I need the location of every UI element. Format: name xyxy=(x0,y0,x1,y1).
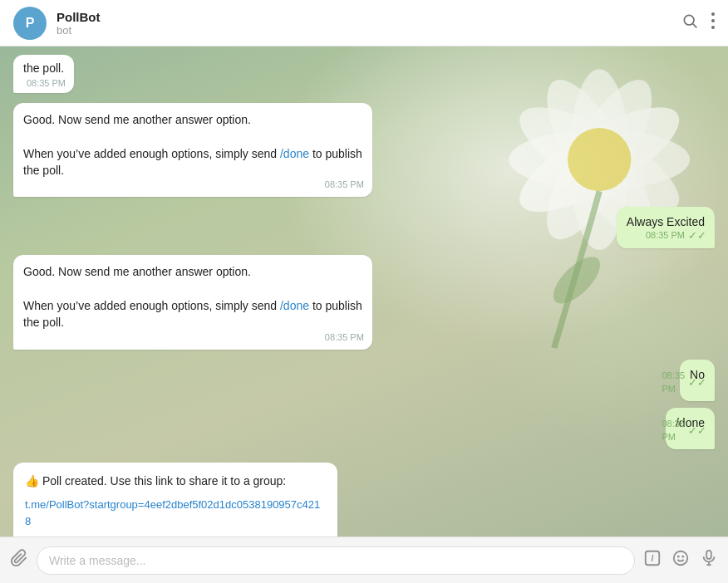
message-user-2: No 08:35 PM ✓✓ xyxy=(680,360,715,401)
message-user-1-bubble: Always Excited 08:35 PM ✓✓ xyxy=(617,207,715,248)
emoji-icon[interactable] xyxy=(671,549,690,571)
message-user-2-bubble: No 08:35 PM ✓✓ xyxy=(680,360,715,401)
chat-header: P PollBot bot xyxy=(0,0,728,47)
checkmarks-2: ✓✓ xyxy=(688,375,706,391)
search-icon[interactable] xyxy=(681,12,698,33)
message-partial: the poll. 08:35 PM xyxy=(13,55,74,93)
msg-bot-2-time: 08:35 PM xyxy=(325,331,364,345)
message-user-2-time: 08:35 PM ✓✓ xyxy=(662,370,706,396)
poll-intro-text: 👍 Poll created. Use this link to share i… xyxy=(25,474,286,487)
poll-card-intro: 👍 Poll created. Use this link to share i… xyxy=(25,473,326,490)
input-bar: / xyxy=(0,536,728,583)
msg-bot-2-link[interactable]: /done xyxy=(280,299,309,312)
message-user-3: /done 08:35 PM ✓✓ xyxy=(666,408,715,449)
message-user-1-time: 08:35 PM ✓✓ xyxy=(646,228,706,244)
chat-messages: the poll. 08:35 PM Good. Now send me ano… xyxy=(13,55,715,536)
poll-card: 👍 Poll created. Use this link to share i… xyxy=(13,463,337,536)
message-bot-2: Good. Now send me another answer option.… xyxy=(13,255,372,349)
message-bot-1-bubble: Good. Now send me another answer option.… xyxy=(13,103,372,197)
message-input[interactable] xyxy=(37,546,635,575)
message-bot-1: Good. Now send me another answer option.… xyxy=(13,103,372,197)
msg-bot-1-link[interactable]: /done xyxy=(280,147,309,160)
svg-point-4 xyxy=(711,26,715,29)
avatar-letter: P xyxy=(26,16,35,31)
message-user-1: Always Excited 08:35 PM ✓✓ xyxy=(617,207,715,248)
svg-point-2 xyxy=(711,12,715,16)
commands-icon[interactable]: / xyxy=(643,549,662,571)
svg-line-1 xyxy=(693,24,697,28)
message-partial-text: the poll. xyxy=(23,61,64,75)
msg-bot-2-line2: When you’ve added enough options, simply… xyxy=(23,299,277,312)
message-user-3-bubble: /done 08:35 PM ✓✓ xyxy=(666,408,715,449)
msg-bot-1-line2: When you’ve added enough options, simply… xyxy=(23,147,277,160)
svg-text:/: / xyxy=(651,553,653,563)
checkmarks-1: ✓✓ xyxy=(688,228,706,244)
svg-point-0 xyxy=(684,15,694,25)
header-icons xyxy=(681,12,715,33)
poll-share-link[interactable]: t.me/PollBot?startgroup=4eef2dbef5f02d1d… xyxy=(25,497,326,529)
input-icons: / xyxy=(643,549,718,571)
message-partial-time: 08:35 PM xyxy=(27,78,66,88)
svg-point-3 xyxy=(711,19,715,22)
message-user-1-text: Always Excited xyxy=(627,215,705,228)
mic-icon[interactable] xyxy=(700,549,718,571)
message-user-3-time: 08:35 PM ✓✓ xyxy=(662,418,706,444)
more-icon[interactable] xyxy=(711,12,715,33)
message-bot-2-bubble: Good. Now send me another answer option.… xyxy=(13,255,372,349)
checkmarks-3: ✓✓ xyxy=(688,424,706,439)
header-info: PollBot bot xyxy=(57,10,681,37)
chat-area: the poll. 08:35 PM Good. Now send me ano… xyxy=(0,47,728,536)
msg-bot-1-time: 08:35 PM xyxy=(325,179,364,192)
svg-rect-21 xyxy=(706,551,711,559)
msg-bot-1-line1: Good. Now send me another answer option. xyxy=(23,113,251,126)
attach-icon[interactable] xyxy=(10,549,28,571)
poll-card-wrapper: 👍 Poll created. Use this link to share i… xyxy=(13,463,362,536)
chat-title: PollBot xyxy=(57,10,681,24)
svg-point-18 xyxy=(674,551,688,566)
avatar: P xyxy=(13,7,47,40)
msg-bot-2-line1: Good. Now send me another answer option. xyxy=(23,265,251,278)
chat-subtitle: bot xyxy=(57,24,681,37)
